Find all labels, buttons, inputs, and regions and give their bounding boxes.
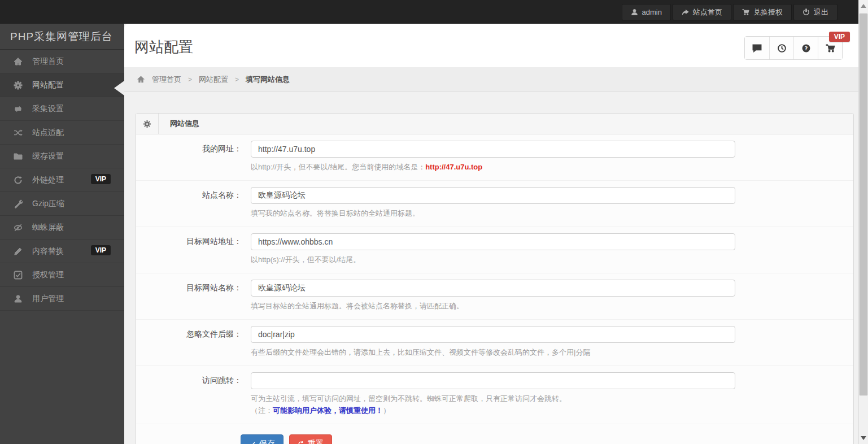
my-url-input[interactable]: [251, 141, 735, 158]
shuffle-icon: [14, 128, 23, 137]
folder-icon: [14, 152, 23, 161]
sidebar-item-dashboard[interactable]: 管理首页: [0, 50, 124, 73]
form-group-target-url: 目标网站地址： 以http(s)://开头，但不要以/结尾。: [136, 227, 853, 273]
sidebar-item-user-mgmt[interactable]: 用户管理: [0, 287, 124, 311]
cart-icon: [742, 8, 749, 16]
vip-badge: VIP: [829, 32, 850, 42]
redirect-label: 访问跳转：: [136, 376, 251, 386]
share-icon: [682, 8, 689, 16]
ignore-ext-label: 忽略文件后缀：: [136, 329, 251, 339]
eye-slash-icon: [14, 223, 23, 232]
redeem-license-button[interactable]: 兑换授权: [733, 4, 792, 20]
site-name-label: 站点名称：: [136, 190, 251, 201]
panel-title: 网站信息: [170, 119, 199, 129]
ignore-ext-input[interactable]: [251, 326, 735, 343]
caution-link[interactable]: 可能影响用户体验，请慎重使用！: [273, 406, 383, 415]
form-group-redirect: 访问跳转： 可为主站引流，填写可访问的网址，留空则为不跳转。蜘蛛可正常爬取，只有…: [136, 366, 853, 424]
admin-user-button[interactable]: admin: [622, 4, 671, 20]
sidebar-item-license-mgmt[interactable]: 授权管理: [0, 263, 124, 287]
user-icon: [14, 294, 23, 303]
sidebar-item-external-links[interactable]: 外链处理 VIP: [0, 168, 124, 192]
home-icon: [137, 75, 145, 84]
form-group-ignore-ext: 忽略文件后缀： 有些后缀的文件处理会出错的，请添加上去，比如压缩文件、视频文件等…: [136, 320, 853, 366]
vip-badge: VIP: [91, 245, 111, 255]
sidebar: PHP采集网管理后台 管理首页 网站配置 采集设置 站点适配 缓存设置 外链处理…: [0, 0, 124, 444]
cart-icon: [826, 43, 835, 53]
comment-button[interactable]: [745, 37, 769, 59]
target-url-help: 以http(s)://开头，但不要以/结尾。: [251, 255, 853, 265]
header-action-group: ? VIP: [744, 36, 843, 60]
redeem-license-label: 兑换授权: [753, 7, 783, 18]
comment-icon: [752, 43, 762, 53]
form-group-target-name: 目标网站名称： 填写目标站的全站通用标题。将会被站点名称替换，请匹配正确。: [136, 273, 853, 320]
sidebar-item-spider-block[interactable]: 蜘蛛屏蔽: [0, 216, 124, 240]
target-url-label: 目标网站地址：: [136, 237, 251, 247]
admin-user-label: admin: [642, 8, 662, 16]
scroll-up-arrow[interactable]: [861, 4, 866, 8]
ignore-ext-help: 有些后缀的文件处理会出错的，请添加上去，比如压缩文件、视频文件等修改会乱码的文件…: [251, 347, 853, 358]
vertical-scrollbar[interactable]: [858, 0, 868, 444]
refresh-icon: [14, 176, 23, 185]
site-name-help: 填写我的站点名称。将替换目标站的全站通用标题。: [251, 208, 853, 219]
scroll-down-arrow[interactable]: [861, 436, 866, 440]
user-icon: [631, 8, 638, 16]
site-home-label: 站点首页: [693, 7, 722, 18]
retweet-icon: [14, 105, 23, 114]
logout-label: 退出: [814, 7, 828, 18]
vip-badge: VIP: [91, 174, 111, 184]
wrench-icon: [14, 199, 23, 208]
form-group-my-url: 我的网址： 以http://开头，但不要以/结尾。您当前使用的域名是：http:…: [136, 134, 853, 181]
sidebar-item-collect-settings[interactable]: 采集设置: [0, 97, 124, 121]
page-title: 网站配置: [134, 37, 193, 57]
site-info-panel: 网站信息 我的网址： 以http://开头，但不要以/结尾。您当前使用的域名是：…: [136, 113, 854, 444]
active-item-arrow: [114, 81, 124, 95]
pencil-icon: [14, 247, 23, 256]
sidebar-item-content-replace[interactable]: 内容替换 VIP: [0, 240, 124, 263]
breadcrumb-item-home[interactable]: 管理首页: [152, 75, 181, 85]
form-group-site-name: 站点名称： 填写我的站点名称。将替换目标站的全站通用标题。: [136, 181, 853, 227]
clock-icon: [777, 43, 787, 53]
target-url-input[interactable]: [251, 233, 735, 250]
site-name-input[interactable]: [251, 187, 735, 204]
refresh-icon: [298, 441, 304, 444]
logout-button[interactable]: 退出: [793, 4, 838, 20]
panel-header: 网站信息: [136, 114, 853, 134]
save-button[interactable]: 保存: [241, 434, 283, 444]
svg-text:?: ?: [804, 45, 808, 51]
gear-icon: [136, 114, 159, 134]
target-name-label: 目标网站名称：: [136, 283, 251, 293]
form-actions: 保存 重置: [136, 424, 853, 444]
clock-button[interactable]: [769, 37, 793, 59]
redirect-help: 可为主站引流，填写可访问的网址，留空则为不跳转。蜘蛛可正常爬取，只有正常访问才会…: [251, 394, 853, 404]
content-area: 网站信息 我的网址： 以http://开头，但不要以/结尾。您当前使用的域名是：…: [124, 92, 858, 444]
gear-icon: [14, 81, 23, 90]
topbar: admin 站点首页 兑换授权 退出: [0, 0, 868, 24]
topbar-menu: admin 站点首页 兑换授权 退出: [622, 4, 838, 20]
sidebar-item-site-config[interactable]: 网站配置: [0, 73, 124, 97]
redirect-input[interactable]: [251, 372, 735, 389]
breadcrumb-separator: >: [188, 76, 192, 84]
sidebar-item-site-adapt[interactable]: 站点适配: [0, 121, 124, 145]
power-icon: [802, 8, 810, 16]
sidebar-item-gzip[interactable]: Gzip压缩: [0, 192, 124, 216]
breadcrumb-separator: >: [235, 76, 239, 84]
breadcrumb: 管理首页 > 网站配置 > 填写网站信息: [124, 67, 858, 92]
check-icon: [249, 441, 256, 444]
scrollbar-thumb[interactable]: [860, 14, 867, 395]
target-name-input[interactable]: [251, 280, 735, 297]
redirect-note: （注：可能影响用户体验，请慎重使用！）: [251, 406, 853, 416]
page-header: 网站配置 ? VIP: [124, 24, 858, 67]
site-home-button[interactable]: 站点首页: [673, 4, 731, 20]
help-button[interactable]: ?: [793, 37, 818, 59]
question-circle-icon: ?: [801, 43, 811, 53]
current-domain-link[interactable]: http://47.u7u.top: [425, 163, 482, 171]
reset-button[interactable]: 重置: [289, 434, 332, 444]
breadcrumb-item-site-config[interactable]: 网站配置: [199, 75, 228, 85]
my-url-label: 我的网址：: [136, 144, 251, 154]
check-square-icon: [14, 271, 23, 280]
home-icon: [14, 57, 23, 66]
breadcrumb-item-current: 填写网站信息: [246, 75, 290, 85]
main-area: 网站配置 ? VIP 管理首页 > 网站配置 > 填写网站信息: [124, 24, 858, 444]
sidebar-item-cache-settings[interactable]: 缓存设置: [0, 145, 124, 168]
my-url-help: 以http://开头，但不要以/结尾。您当前使用的域名是：http://47.u…: [251, 162, 853, 172]
